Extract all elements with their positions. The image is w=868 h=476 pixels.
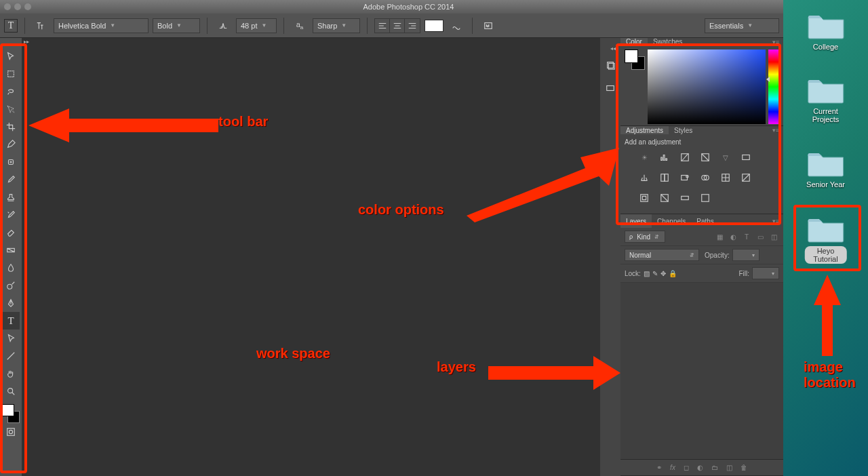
tab-color[interactable]: Color	[620, 38, 648, 45]
blend-mode-dropdown[interactable]: Normal⇵	[625, 249, 699, 261]
tabs-expand-icon[interactable]: ▸▸	[22, 38, 600, 45]
new-layer-icon[interactable]: ◫	[726, 464, 732, 471]
close-icon[interactable]	[4, 3, 11, 10]
fill-input[interactable]: ▾	[752, 267, 779, 279]
dock-collapse-icon[interactable]: ◂◂	[605, 45, 616, 52]
window-controls[interactable]	[4, 3, 31, 10]
filter-shape-icon[interactable]: ▭	[755, 233, 766, 241]
tab-channels[interactable]: Channels	[652, 214, 691, 228]
dodge-tool[interactable]	[2, 277, 20, 294]
delete-layer-icon[interactable]: 🗑	[741, 464, 747, 471]
history-panel-icon[interactable]	[603, 56, 618, 75]
hue-sat-icon[interactable]	[738, 150, 753, 165]
color-panel-menu-icon[interactable]: ▾≡	[768, 39, 783, 45]
opacity-input[interactable]: ▾	[732, 249, 760, 261]
font-size-dropdown[interactable]: 48 pt▼	[236, 18, 277, 33]
layer-mask-icon[interactable]: ◻	[684, 464, 689, 471]
crop-tool[interactable]	[2, 118, 20, 136]
foreground-color-icon[interactable]	[2, 404, 14, 416]
character-panel-icon[interactable]	[479, 18, 497, 33]
folder-college[interactable]: College	[807, 10, 845, 51]
color-lookup-icon[interactable]	[718, 170, 733, 185]
exposure-icon[interactable]	[698, 150, 713, 165]
active-tool-icon[interactable]: T	[4, 19, 18, 33]
vibrance-icon[interactable]: ▽	[718, 150, 733, 165]
eraser-tool[interactable]	[2, 224, 20, 241]
text-color-swatch[interactable]	[425, 20, 443, 32]
tab-adjustments[interactable]: Adjustments	[620, 126, 669, 134]
lock-transparency-icon[interactable]: ▨	[644, 270, 650, 277]
link-layers-icon[interactable]: ⚭	[656, 464, 662, 471]
stamp-tool[interactable]	[2, 189, 20, 206]
eyedropper-tool[interactable]	[2, 136, 20, 153]
posterize-icon[interactable]	[637, 191, 652, 205]
tab-layers[interactable]: Layers	[620, 214, 652, 228]
hue-slider[interactable]	[768, 49, 779, 124]
font-family-dropdown[interactable]: Helvetica Bold▼	[54, 18, 149, 33]
brush-tool[interactable]	[2, 171, 20, 189]
tools-expand-icon[interactable]: ▸▸	[7, 41, 15, 47]
invert-icon[interactable]	[738, 170, 753, 185]
move-tool[interactable]	[2, 47, 20, 65]
history-brush-tool[interactable]	[2, 206, 20, 224]
brightness-icon[interactable]: ☀	[637, 150, 652, 165]
filter-adjust-icon[interactable]: ◐	[728, 233, 738, 241]
align-left-icon[interactable]	[375, 19, 390, 33]
blur-tool[interactable]	[2, 259, 20, 277]
folder-heyo-tutorial[interactable]: Heyo Tutorial	[804, 214, 847, 264]
warp-text-icon[interactable]	[448, 18, 465, 33]
antialias-dropdown[interactable]: Sharp▼	[313, 18, 360, 33]
canvas-area[interactable]: ▸▸	[22, 38, 600, 476]
path-select-tool[interactable]	[2, 330, 20, 347]
color-field[interactable]	[648, 49, 766, 124]
lasso-tool[interactable]	[2, 83, 20, 100]
properties-panel-icon[interactable]	[603, 79, 618, 98]
lock-pixels-icon[interactable]: ✎	[652, 270, 658, 277]
adjustments-menu-icon[interactable]: ▾≡	[768, 127, 783, 134]
workspace-switcher[interactable]: Essentials▼	[705, 18, 779, 33]
healing-brush-tool[interactable]	[2, 153, 20, 171]
filter-type-icon[interactable]: T	[741, 233, 752, 241]
quick-select-tool[interactable]	[2, 100, 20, 118]
hand-tool[interactable]	[2, 365, 20, 382]
tab-styles[interactable]: Styles	[669, 126, 698, 134]
lock-all-icon[interactable]: 🔒	[669, 270, 677, 277]
new-adjustment-icon[interactable]: ◐	[697, 464, 703, 471]
line-tool[interactable]	[2, 347, 20, 365]
orientation-icon[interactable]	[32, 18, 50, 33]
color-fgbg[interactable]	[625, 49, 645, 70]
gradient-map-icon[interactable]	[677, 191, 692, 205]
type-tool[interactable]: T	[2, 312, 20, 330]
folder-senior-year[interactable]: Senior Year	[806, 148, 845, 189]
marquee-tool[interactable]	[2, 65, 20, 83]
layer-filter-dropdown[interactable]: ρKind⇵	[625, 231, 665, 243]
zoom-tool[interactable]	[2, 382, 20, 400]
layers-menu-icon[interactable]: ▾≡	[768, 218, 783, 224]
align-right-icon[interactable]	[405, 19, 420, 33]
layer-fx-icon[interactable]: fx	[670, 464, 675, 471]
fg-swatch-icon[interactable]	[625, 49, 638, 63]
quick-mask-icon[interactable]	[2, 423, 20, 441]
levels-icon[interactable]	[657, 150, 672, 165]
gradient-tool[interactable]	[2, 241, 20, 259]
layers-list[interactable]	[620, 283, 783, 459]
filter-pixel-icon[interactable]: ▦	[714, 233, 725, 241]
color-balance-icon[interactable]	[637, 170, 652, 185]
channel-mixer-icon[interactable]	[698, 170, 713, 185]
minimize-icon[interactable]	[14, 3, 21, 10]
threshold-icon[interactable]	[657, 191, 672, 205]
pen-tool[interactable]	[2, 294, 20, 312]
lock-position-icon[interactable]: ✥	[660, 270, 666, 277]
photo-filter-icon[interactable]	[677, 170, 692, 185]
zoom-icon[interactable]	[24, 3, 31, 10]
selective-color-icon[interactable]	[698, 191, 713, 205]
new-group-icon[interactable]: 🗀	[711, 464, 718, 471]
tab-swatches[interactable]: Swatches	[648, 38, 688, 45]
align-center-icon[interactable]	[390, 19, 405, 33]
color-swap[interactable]	[2, 404, 20, 423]
bw-icon[interactable]	[657, 170, 672, 185]
folder-current-projects[interactable]: Current Projects	[804, 75, 847, 123]
curves-icon[interactable]	[677, 150, 692, 165]
filter-smart-icon[interactable]: ◫	[768, 233, 779, 241]
font-weight-dropdown[interactable]: Bold▼	[153, 18, 200, 33]
